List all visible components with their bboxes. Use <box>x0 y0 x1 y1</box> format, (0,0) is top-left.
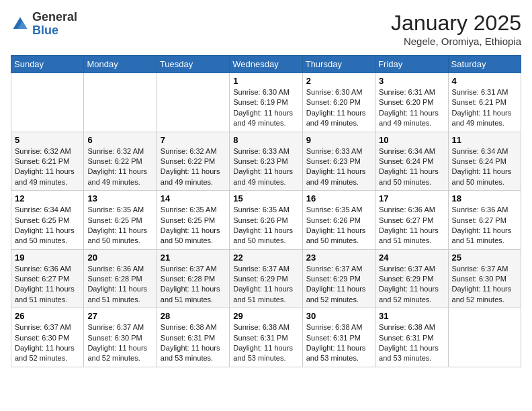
day-number: 2 <box>306 76 371 86</box>
day-cell: 1Sunrise: 6:30 AMSunset: 6:19 PMDaylight… <box>230 73 302 132</box>
day-cell: 27Sunrise: 6:37 AMSunset: 6:30 PMDayligh… <box>84 308 157 367</box>
day-info: Sunrise: 6:37 AMSunset: 6:29 PMDaylight:… <box>306 264 371 306</box>
day-number: 18 <box>452 193 517 203</box>
day-cell: 3Sunrise: 6:31 AMSunset: 6:20 PMDaylight… <box>375 73 448 132</box>
day-number: 3 <box>379 76 444 86</box>
day-info: Sunrise: 6:32 AMSunset: 6:21 PMDaylight:… <box>15 146 80 188</box>
day-cell <box>448 308 521 367</box>
day-cell: 17Sunrise: 6:36 AMSunset: 6:27 PMDayligh… <box>375 191 448 250</box>
day-cell: 26Sunrise: 6:37 AMSunset: 6:30 PMDayligh… <box>11 308 84 367</box>
day-info: Sunrise: 6:37 AMSunset: 6:30 PMDaylight:… <box>452 264 517 306</box>
day-number: 11 <box>452 135 517 145</box>
day-cell: 16Sunrise: 6:35 AMSunset: 6:26 PMDayligh… <box>302 191 375 250</box>
day-cell: 29Sunrise: 6:38 AMSunset: 6:31 PMDayligh… <box>230 308 302 367</box>
location-subtitle: Negele, Oromiya, Ethiopia <box>391 36 521 47</box>
day-cell: 30Sunrise: 6:38 AMSunset: 6:31 PMDayligh… <box>302 308 375 367</box>
day-info: Sunrise: 6:36 AMSunset: 6:27 PMDaylight:… <box>379 205 444 246</box>
day-cell: 12Sunrise: 6:34 AMSunset: 6:25 PMDayligh… <box>11 191 84 250</box>
day-cell: 7Sunrise: 6:32 AMSunset: 6:22 PMDaylight… <box>157 132 229 191</box>
day-cell: 28Sunrise: 6:38 AMSunset: 6:31 PMDayligh… <box>157 308 229 367</box>
title-block: January 2025 Negele, Oromiya, Ethiopia <box>391 11 521 47</box>
day-info: Sunrise: 6:38 AMSunset: 6:31 PMDaylight:… <box>306 322 371 364</box>
day-number: 13 <box>87 193 152 203</box>
day-number: 14 <box>161 193 226 203</box>
logo-icon <box>11 15 30 34</box>
week-row-4: 19Sunrise: 6:36 AMSunset: 6:27 PMDayligh… <box>11 249 521 308</box>
day-cell: 5Sunrise: 6:32 AMSunset: 6:21 PMDaylight… <box>11 132 84 191</box>
day-cell <box>157 73 229 132</box>
day-number: 24 <box>379 253 444 263</box>
day-cell: 21Sunrise: 6:37 AMSunset: 6:28 PMDayligh… <box>157 249 229 308</box>
day-cell: 18Sunrise: 6:36 AMSunset: 6:27 PMDayligh… <box>448 191 521 250</box>
month-title: January 2025 <box>391 11 521 36</box>
day-cell: 31Sunrise: 6:38 AMSunset: 6:31 PMDayligh… <box>375 308 448 367</box>
day-number: 15 <box>233 193 298 203</box>
calendar-table: SundayMondayTuesdayWednesdayThursdayFrid… <box>11 55 521 367</box>
day-info: Sunrise: 6:37 AMSunset: 6:30 PMDaylight:… <box>87 322 152 364</box>
day-number: 22 <box>233 253 298 263</box>
day-info: Sunrise: 6:30 AMSunset: 6:19 PMDaylight:… <box>233 87 298 129</box>
day-number: 26 <box>15 311 80 321</box>
weekday-header-tuesday: Tuesday <box>157 56 229 73</box>
day-cell: 8Sunrise: 6:33 AMSunset: 6:23 PMDaylight… <box>230 132 302 191</box>
day-info: Sunrise: 6:38 AMSunset: 6:31 PMDaylight:… <box>233 322 298 364</box>
day-number: 5 <box>15 135 80 145</box>
day-number: 6 <box>87 135 152 145</box>
day-number: 9 <box>306 135 371 145</box>
day-number: 10 <box>379 135 444 145</box>
day-number: 7 <box>161 135 226 145</box>
day-cell: 23Sunrise: 6:37 AMSunset: 6:29 PMDayligh… <box>302 249 375 308</box>
day-cell: 15Sunrise: 6:35 AMSunset: 6:26 PMDayligh… <box>230 191 302 250</box>
day-cell <box>11 73 84 132</box>
day-cell: 22Sunrise: 6:37 AMSunset: 6:29 PMDayligh… <box>230 249 302 308</box>
day-number: 28 <box>161 311 226 321</box>
day-number: 1 <box>233 76 298 86</box>
day-info: Sunrise: 6:32 AMSunset: 6:22 PMDaylight:… <box>161 146 226 188</box>
day-info: Sunrise: 6:30 AMSunset: 6:20 PMDaylight:… <box>306 87 371 129</box>
day-number: 17 <box>379 193 444 203</box>
day-cell: 20Sunrise: 6:36 AMSunset: 6:28 PMDayligh… <box>84 249 157 308</box>
day-number: 23 <box>306 253 371 263</box>
day-info: Sunrise: 6:35 AMSunset: 6:26 PMDaylight:… <box>233 205 298 246</box>
day-cell <box>84 73 157 132</box>
day-number: 4 <box>452 76 517 86</box>
day-cell: 9Sunrise: 6:33 AMSunset: 6:23 PMDaylight… <box>302 132 375 191</box>
day-cell: 14Sunrise: 6:35 AMSunset: 6:25 PMDayligh… <box>157 191 229 250</box>
logo-blue-text: Blue <box>32 24 58 37</box>
day-number: 30 <box>306 311 371 321</box>
logo: General Blue <box>11 11 77 38</box>
day-number: 16 <box>306 193 371 203</box>
week-row-5: 26Sunrise: 6:37 AMSunset: 6:30 PMDayligh… <box>11 308 521 367</box>
day-info: Sunrise: 6:35 AMSunset: 6:26 PMDaylight:… <box>306 205 371 246</box>
day-cell: 4Sunrise: 6:31 AMSunset: 6:21 PMDaylight… <box>448 73 521 132</box>
day-info: Sunrise: 6:36 AMSunset: 6:27 PMDaylight:… <box>15 264 80 306</box>
weekday-header-monday: Monday <box>84 56 157 73</box>
day-info: Sunrise: 6:37 AMSunset: 6:29 PMDaylight:… <box>379 264 444 306</box>
day-number: 20 <box>87 253 152 263</box>
day-info: Sunrise: 6:37 AMSunset: 6:30 PMDaylight:… <box>15 322 80 364</box>
day-info: Sunrise: 6:34 AMSunset: 6:24 PMDaylight:… <box>379 146 444 188</box>
day-cell: 13Sunrise: 6:35 AMSunset: 6:25 PMDayligh… <box>84 191 157 250</box>
day-info: Sunrise: 6:32 AMSunset: 6:22 PMDaylight:… <box>87 146 152 188</box>
week-row-2: 5Sunrise: 6:32 AMSunset: 6:21 PMDaylight… <box>11 132 521 191</box>
day-info: Sunrise: 6:31 AMSunset: 6:20 PMDaylight:… <box>379 87 444 129</box>
day-cell: 6Sunrise: 6:32 AMSunset: 6:22 PMDaylight… <box>84 132 157 191</box>
day-number: 29 <box>233 311 298 321</box>
day-info: Sunrise: 6:34 AMSunset: 6:25 PMDaylight:… <box>15 205 80 246</box>
day-number: 12 <box>15 193 80 203</box>
day-number: 25 <box>452 253 517 263</box>
weekday-header-thursday: Thursday <box>302 56 375 73</box>
logo-general-text: General <box>32 10 77 24</box>
weekday-header-sunday: Sunday <box>11 56 84 73</box>
day-cell: 11Sunrise: 6:34 AMSunset: 6:24 PMDayligh… <box>448 132 521 191</box>
weekday-header-friday: Friday <box>375 56 448 73</box>
day-cell: 2Sunrise: 6:30 AMSunset: 6:20 PMDaylight… <box>302 73 375 132</box>
week-row-3: 12Sunrise: 6:34 AMSunset: 6:25 PMDayligh… <box>11 191 521 250</box>
day-info: Sunrise: 6:36 AMSunset: 6:28 PMDaylight:… <box>87 264 152 306</box>
day-cell: 25Sunrise: 6:37 AMSunset: 6:30 PMDayligh… <box>448 249 521 308</box>
day-info: Sunrise: 6:33 AMSunset: 6:23 PMDaylight:… <box>233 146 298 188</box>
day-info: Sunrise: 6:35 AMSunset: 6:25 PMDaylight:… <box>87 205 152 246</box>
day-number: 27 <box>87 311 152 321</box>
day-number: 31 <box>379 311 444 321</box>
day-info: Sunrise: 6:37 AMSunset: 6:28 PMDaylight:… <box>161 264 226 306</box>
